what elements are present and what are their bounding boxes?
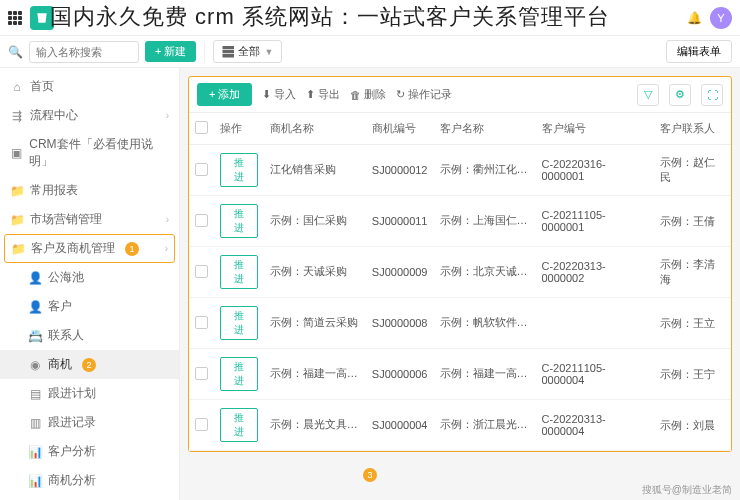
row-checkbox[interactable] <box>195 367 208 380</box>
sidebar-item-4[interactable]: 📁市场营销管理› <box>0 205 179 234</box>
row-checkbox[interactable] <box>195 265 208 278</box>
customer-name: 示例：上海国仁有限… <box>440 213 530 228</box>
sidebar-item-11[interactable]: ▥跟进记录 <box>0 408 179 437</box>
table-row[interactable]: 推进示例：晨光文具设备…SJ0000004示例：浙江晨光文具…C-2022031… <box>189 400 731 451</box>
sidebar-item-13[interactable]: 📊商机分析 <box>0 466 179 495</box>
push-button[interactable]: 推进 <box>220 153 258 187</box>
history-icon: ↻ <box>396 88 405 101</box>
oplog-button[interactable]: ↻操作记录 <box>396 87 452 102</box>
search-input[interactable] <box>29 41 139 63</box>
annotation-badge: 1 <box>125 242 139 256</box>
annotation-badge: 2 <box>82 358 96 372</box>
filter-icon: ▽ <box>644 88 652 101</box>
view-select[interactable]: 全部 ▼ <box>213 40 282 63</box>
import-button[interactable]: ⬇导入 <box>262 87 296 102</box>
export-button[interactable]: ⬆导出 <box>306 87 340 102</box>
opportunity-name: 示例：福建一高3月订单 <box>270 366 360 381</box>
opportunity-code: SJ0000006 <box>366 349 434 400</box>
sidebar-item-3[interactable]: 📁常用报表 <box>0 176 179 205</box>
list-icon <box>222 46 234 58</box>
column-header: 客户编号 <box>536 113 654 145</box>
toolbar: 🔍 + 新建 全部 ▼ 编辑表单 <box>0 36 740 68</box>
sidebar-item-14[interactable]: 📁产品报价管理› <box>0 495 179 500</box>
sidebar-item-9[interactable]: ◉商机2 <box>0 350 179 379</box>
opportunity-code: SJ0000011 <box>366 196 434 247</box>
apps-icon[interactable] <box>8 11 22 25</box>
sidebar-item-6[interactable]: 👤公海池 <box>0 263 179 292</box>
expand-icon: ⛶ <box>707 89 718 101</box>
sidebar-item-label: 联系人 <box>48 327 84 344</box>
opportunity-code: SJ0000012 <box>366 145 434 196</box>
customer-name: 示例：浙江晨光文具… <box>440 417 530 432</box>
opportunity-code: SJ0000009 <box>366 247 434 298</box>
contact-name: 示例：赵仁民 <box>654 145 731 196</box>
edit-form-button[interactable]: 编辑表单 <box>666 40 732 63</box>
push-button[interactable]: 推进 <box>220 408 258 442</box>
sidebar-item-label: 常用报表 <box>30 182 78 199</box>
contact-name: 示例：王宁 <box>654 349 731 400</box>
column-header: 操作 <box>214 113 264 145</box>
gear-icon: ⚙ <box>675 88 685 101</box>
contact-name: 示例：王立 <box>654 298 731 349</box>
sidebar-item-label: 客户分析 <box>48 443 96 460</box>
contact-name: 示例：王倩 <box>654 196 731 247</box>
book-icon: ▣ <box>10 146 23 160</box>
row-checkbox[interactable] <box>195 214 208 227</box>
sidebar-item-label: 客户及商机管理 <box>31 240 115 257</box>
sidebar-item-12[interactable]: 📊客户分析 <box>0 437 179 466</box>
sidebar-item-1[interactable]: ⇶流程中心› <box>0 101 179 130</box>
contact-icon: 📇 <box>28 329 42 343</box>
table-row[interactable]: 推进江化销售采购SJ0000012示例：衢州江化集团C-20220316-000… <box>189 145 731 196</box>
add-button[interactable]: + 添加 <box>197 83 252 106</box>
filter-button[interactable]: ▽ <box>637 84 659 106</box>
table-row[interactable]: 推进示例：福建一高3月订单SJ0000006示例：福建一高集团C-2021110… <box>189 349 731 400</box>
sidebar-item-2[interactable]: ▣CRM套件「必看使用说明」 <box>0 130 179 176</box>
table-row[interactable]: 推进示例：简道云采购SJ0000008示例：帆软软件有限公司示例：王立 <box>189 298 731 349</box>
table-row[interactable]: 推进示例：国仁采购SJ0000011示例：上海国仁有限…C-20211105-0… <box>189 196 731 247</box>
table-row[interactable]: 推进示例：天诚采购SJ0000009示例：北京天诚软件…C-20220313-0… <box>189 247 731 298</box>
chevron-right-icon: › <box>165 243 168 254</box>
row-checkbox[interactable] <box>195 418 208 431</box>
chevron-down-icon: ▼ <box>264 47 273 57</box>
sidebar-item-label: 跟进记录 <box>48 414 96 431</box>
sidebar-item-5[interactable]: 📁客户及商机管理1› <box>4 234 175 263</box>
column-header <box>189 113 214 145</box>
expand-button[interactable]: ⛶ <box>701 84 723 106</box>
sidebar-item-8[interactable]: 📇联系人 <box>0 321 179 350</box>
customer-code: C-20220313-0000002 <box>536 247 654 298</box>
opportunity-name: 示例：简道云采购 <box>270 315 358 330</box>
sidebar-item-label: 商机分析 <box>48 472 96 489</box>
chevron-right-icon: › <box>166 110 169 121</box>
delete-button[interactable]: 🗑删除 <box>350 87 386 102</box>
sidebar-item-label: 商机 <box>48 356 72 373</box>
sidebar-item-label: 市场营销管理 <box>30 211 102 228</box>
push-button[interactable]: 推进 <box>220 204 258 238</box>
customer-name: 示例：北京天诚软件… <box>440 264 530 279</box>
flow-icon: ⇶ <box>10 109 24 123</box>
select-all-checkbox[interactable] <box>195 121 208 134</box>
sidebar-item-7[interactable]: 👤客户 <box>0 292 179 321</box>
push-button[interactable]: 推进 <box>220 255 258 289</box>
row-checkbox[interactable] <box>195 163 208 176</box>
push-button[interactable]: 推进 <box>220 306 258 340</box>
header: 🔔 Y <box>0 0 740 36</box>
notification-icon[interactable]: 🔔 <box>687 11 702 25</box>
sidebar-item-0[interactable]: ⌂首页 <box>0 72 179 101</box>
sidebar-item-label: 首页 <box>30 78 54 95</box>
record-icon: ▥ <box>28 416 42 430</box>
row-checkbox[interactable] <box>195 316 208 329</box>
avatar[interactable]: Y <box>710 7 732 29</box>
settings-button[interactable]: ⚙ <box>669 84 691 106</box>
user-icon: 👤 <box>28 300 42 314</box>
push-button[interactable]: 推进 <box>220 357 258 391</box>
watermark: 搜狐号@制造业老简 <box>642 483 732 497</box>
sidebar-item-label: 公海池 <box>48 269 84 286</box>
customer-name: 示例：福建一高集团 <box>440 366 530 381</box>
sidebar-item-10[interactable]: ▤跟进计划 <box>0 379 179 408</box>
search-icon: 🔍 <box>8 45 23 59</box>
contact-name: 示例：刘晨 <box>654 400 731 451</box>
customer-code: C-20220316-0000001 <box>536 145 654 196</box>
plan-icon: ▤ <box>28 387 42 401</box>
download-icon: ⬇ <box>262 88 271 101</box>
new-button[interactable]: + 新建 <box>145 41 196 62</box>
